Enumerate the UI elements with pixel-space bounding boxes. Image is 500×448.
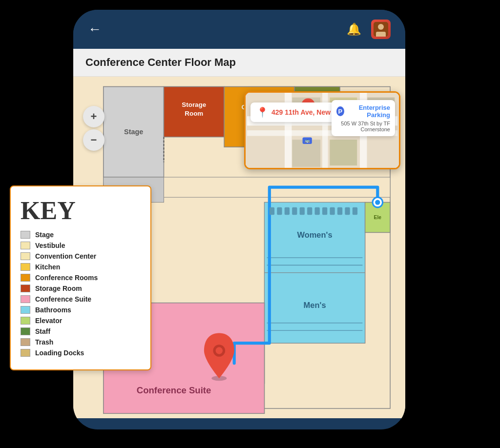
- street-map: W 37th St: [246, 93, 399, 168]
- key-item: Bathrooms: [21, 306, 141, 314]
- key-item-label: Loading Docks: [35, 349, 84, 357]
- svg-rect-40: [277, 207, 282, 215]
- key-item-label: Vestibule: [35, 242, 65, 249]
- svg-point-35: [375, 200, 380, 204]
- zoom-controls: + −: [83, 106, 104, 151]
- svg-rect-47: [330, 207, 334, 215]
- key-color-swatch: [21, 306, 30, 314]
- key-item-label: Elevator: [35, 317, 62, 325]
- zoom-in-button[interactable]: +: [83, 106, 104, 127]
- key-item: Convention Center: [21, 252, 141, 260]
- svg-rect-49: [345, 207, 350, 215]
- nav-icons: 🔔: [347, 20, 391, 39]
- parking-address: 505 W 37th St by TF Cornerstone: [336, 121, 390, 132]
- key-item-label: Conference Suite: [35, 295, 91, 303]
- svg-rect-48: [337, 207, 342, 215]
- parking-title: P Enterprise Parking: [336, 104, 390, 119]
- key-item-label: Staff: [35, 327, 50, 335]
- key-item: Vestibule: [21, 242, 141, 249]
- key-color-swatch: [21, 231, 30, 239]
- back-button[interactable]: ←: [88, 21, 102, 37]
- key-item: Stage: [21, 231, 141, 239]
- svg-rect-50: [353, 207, 357, 215]
- key-item-label: Storage Room: [35, 285, 82, 292]
- key-panel: KEY StageVestibuleConvention CenterKitch…: [10, 185, 151, 370]
- svg-rect-44: [307, 207, 312, 215]
- svg-rect-62: [330, 140, 357, 165]
- key-color-swatch: [21, 338, 30, 346]
- key-color-swatch: [21, 349, 30, 357]
- key-color-swatch: [21, 327, 30, 335]
- map-popup: W 37th St: [244, 91, 400, 169]
- key-color-swatch: [21, 263, 30, 271]
- svg-point-1: [378, 24, 384, 30]
- key-item: Staff: [21, 327, 141, 335]
- svg-rect-42: [292, 207, 297, 215]
- key-title: KEY: [21, 196, 141, 225]
- key-item-label: Conference Rooms: [35, 274, 98, 282]
- key-item-label: Kitchen: [35, 263, 60, 271]
- key-item: Kitchen: [21, 263, 141, 271]
- svg-text:Room: Room: [185, 110, 203, 117]
- key-item-label: Bathrooms: [35, 306, 71, 314]
- svg-rect-2: [376, 32, 386, 37]
- key-item: Loading Docks: [21, 349, 141, 357]
- svg-rect-45: [315, 207, 320, 215]
- parking-icon: P: [336, 106, 344, 116]
- key-item-label: Convention Center: [35, 252, 96, 260]
- key-color-swatch: [21, 317, 30, 325]
- svg-text:Ele: Ele: [374, 215, 382, 220]
- key-item: Trash: [21, 338, 141, 346]
- key-item: Storage Room: [21, 285, 141, 292]
- svg-rect-43: [300, 207, 305, 215]
- key-color-swatch: [21, 285, 30, 292]
- key-color-swatch: [21, 252, 30, 260]
- svg-text:Men's: Men's: [304, 301, 326, 309]
- svg-text:Stage: Stage: [124, 128, 143, 136]
- bell-icon[interactable]: 🔔: [347, 22, 361, 36]
- key-item: Conference Rooms: [21, 274, 141, 282]
- zoom-out-button[interactable]: −: [83, 129, 104, 151]
- avatar: [371, 20, 391, 39]
- svg-point-38: [216, 347, 223, 354]
- parking-box: P Enterprise Parking 505 W 37th St by TF…: [332, 100, 395, 136]
- svg-rect-41: [285, 207, 290, 215]
- phone-nav: ← 🔔: [73, 10, 405, 49]
- key-color-swatch: [21, 242, 30, 249]
- svg-text:Storage: Storage: [182, 101, 206, 108]
- key-item: Conference Suite: [21, 295, 141, 303]
- key-item: Elevator: [21, 317, 141, 325]
- svg-text:Conference Suite: Conference Suite: [137, 385, 211, 395]
- scene: KEY StageVestibuleConvention CenterKitch…: [0, 0, 500, 448]
- key-item-label: Trash: [35, 338, 53, 346]
- parking-name: Enterprise Parking: [346, 104, 390, 119]
- svg-text:Women's: Women's: [297, 230, 332, 239]
- svg-rect-39: [270, 207, 274, 215]
- key-item-label: Stage: [35, 231, 54, 239]
- key-color-swatch: [21, 295, 30, 303]
- key-color-swatch: [21, 274, 30, 282]
- svg-text:🚌: 🚌: [305, 138, 310, 143]
- svg-rect-46: [322, 207, 327, 215]
- page-title: Conference Center Floor Map: [73, 49, 405, 77]
